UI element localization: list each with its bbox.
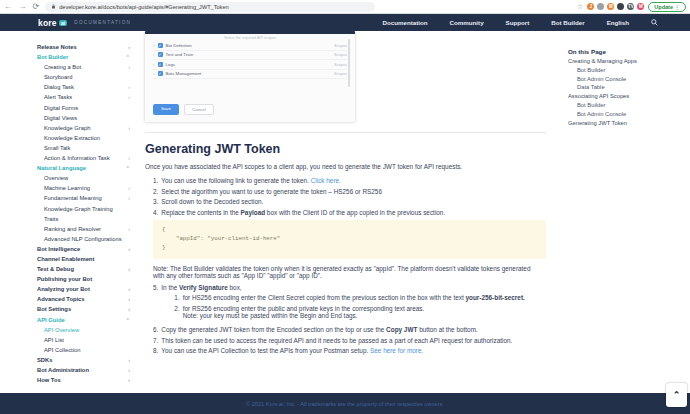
- sidebar-item-advanced-topics[interactable]: Advanced Topics›: [0, 294, 140, 304]
- sidebar-item-machine-learning[interactable]: Machine Learning›: [0, 183, 140, 193]
- list-step: 1.for HS256 encoding enter the Client Se…: [174, 294, 546, 301]
- sidebar-item-bot-builder[interactable]: Bot Builder⌃: [0, 52, 140, 62]
- sidebar-item-channel-enablement[interactable]: Channel Enablement: [0, 254, 140, 264]
- checkbox-checked-icon[interactable]: ✓: [158, 52, 163, 57]
- toc-link-data-table[interactable]: Data Table: [568, 83, 686, 92]
- sidebar-item-knowledge-graph[interactable]: Knowledge Graph›: [0, 123, 140, 133]
- sidebar-item-creating-a-bot[interactable]: Creating a Bot›: [0, 62, 140, 72]
- inline-link[interactable]: See here for more.: [370, 347, 423, 354]
- sidebar-item-api-list[interactable]: API List: [0, 335, 140, 345]
- sidebar-item-analyzing-your-bot[interactable]: Analyzing your Bot›: [0, 284, 140, 294]
- sidebar-item-small-talk[interactable]: Small Talk: [0, 143, 140, 153]
- text-segment: Verify Signature: [179, 284, 228, 291]
- sidebar-item-label: Release Notes: [37, 42, 125, 52]
- nav-english[interactable]: English: [607, 19, 629, 26]
- kore-logo[interactable]: kore ai DOCUMENTATION: [38, 18, 131, 28]
- chevron-right-icon: ›: [128, 42, 130, 52]
- toc-link-generating-jwt-token[interactable]: Generating JWT Token: [568, 119, 686, 128]
- toc-link-bot-builder[interactable]: Bot Builder: [568, 66, 686, 75]
- back-icon[interactable]: ←: [4, 2, 14, 11]
- toc-link-bot-builder[interactable]: Bot Builder: [568, 101, 686, 110]
- sidebar-item-api-collection[interactable]: API Collection: [0, 345, 140, 355]
- sidebar-item-label: Machine Learning: [44, 183, 125, 193]
- list-step: 4.Replace the contents in the Payload bo…: [153, 209, 546, 216]
- scrollbar[interactable]: [348, 39, 350, 87]
- extension-icon[interactable]: [617, 3, 624, 10]
- list-step: 1.You can use the following link to gene…: [153, 177, 546, 184]
- sidebar-item-how-tos[interactable]: How Tos›: [0, 375, 140, 385]
- nav-support[interactable]: Support: [506, 19, 530, 26]
- sidebar-item-storyboard[interactable]: Storyboard: [0, 72, 140, 82]
- sidebar-item-label: Alert Tasks: [44, 92, 125, 102]
- bookmark-star-icon[interactable]: ☆: [577, 3, 583, 11]
- chevron-right-icon: ›: [153, 52, 155, 57]
- nav-documentation[interactable]: Documentation: [383, 19, 428, 26]
- sidebar-item-test-debug[interactable]: Test & Debug›: [0, 264, 140, 274]
- sidebar-item-sdks[interactable]: SDKs›: [0, 355, 140, 365]
- scope-row[interactable]: ›✓LogsScopes: [153, 60, 347, 70]
- sidebar-item-knowledge-graph-training[interactable]: Knowledge Graph Training: [0, 204, 140, 214]
- sidebar-item-api-guide[interactable]: API Guide⌃: [0, 315, 140, 325]
- cancel-button[interactable]: Cancel: [184, 104, 214, 115]
- nav-community[interactable]: Community: [450, 19, 484, 26]
- scope-row[interactable]: ›✓Bots ManagementScopes: [153, 70, 347, 80]
- scope-label: Bot Definition: [166, 43, 192, 48]
- refresh-icon[interactable]: ⟳: [32, 2, 41, 11]
- sidebar-item-publishing-your-bot[interactable]: Publishing your Bot: [0, 274, 140, 284]
- extension-icon[interactable]: [597, 3, 604, 10]
- extension-icon[interactable]: TV: [627, 3, 634, 10]
- sidebar-item-digital-views[interactable]: Digital Views: [0, 113, 140, 123]
- sidebar-item-natural-language[interactable]: Natural Language⌃: [0, 163, 140, 173]
- sidebar-item-release-notes[interactable]: Release Notes›: [0, 42, 140, 52]
- scroll-to-top-button[interactable]: ⌃: [666, 383, 687, 407]
- on-this-page-toc: On this Page Creating & Managing AppsBot…: [556, 31, 690, 393]
- sidebar-item-ranking-and-resolver[interactable]: Ranking and Resolver›: [0, 224, 140, 234]
- sidebar-item-label: Bot Administration: [37, 365, 125, 375]
- scope-label: Logs: [166, 62, 176, 67]
- sidebar-item-traits[interactable]: Traits: [0, 214, 140, 224]
- page-title: Generating JWT Token: [145, 142, 546, 156]
- toc-link-creating-managing-apps[interactable]: Creating & Managing Apps: [568, 57, 686, 66]
- sidebar-item-advanced-nlp-configurations[interactable]: Advanced NLP Configurations: [0, 234, 140, 244]
- sidebar-item-action-information-task[interactable]: Action & Information Task›: [0, 153, 140, 163]
- sidebar-item-digital-forms[interactable]: Digital Forms: [0, 103, 140, 113]
- chevron-right-icon: ›: [128, 304, 130, 314]
- sidebar-item-dialog-task[interactable]: Dialog Task›: [0, 82, 140, 92]
- site-nav: DocumentationCommunitySupportBot Builder…: [383, 19, 659, 26]
- sidebar-item-bot-intelligence[interactable]: Bot Intelligence›: [0, 244, 140, 254]
- sidebar-item-bot-administration[interactable]: Bot Administration›: [0, 365, 140, 375]
- extension-icon[interactable]: M: [637, 3, 644, 10]
- extension-icon[interactable]: M: [607, 3, 614, 10]
- search-icon[interactable]: [651, 19, 658, 26]
- chevron-right-icon: ›: [128, 264, 130, 274]
- scope-label: Test and Train: [166, 52, 194, 57]
- update-button[interactable]: Update ⋮: [648, 2, 686, 12]
- checkbox-checked-icon[interactable]: ✓: [158, 43, 163, 48]
- save-button[interactable]: Save: [153, 104, 179, 115]
- list-step: 2.for RS256 encoding enter the public an…: [174, 305, 546, 319]
- chevron-right-icon: ›: [128, 355, 130, 365]
- nav-bot-builder[interactable]: Bot Builder: [551, 19, 584, 26]
- text-segment: button at the bottom.: [417, 326, 477, 333]
- sidebar-item-overview[interactable]: Overview: [0, 173, 140, 183]
- toc-link-bot-admin-console[interactable]: Bot Admin Console: [568, 110, 686, 119]
- sidebar-item-knowledge-extraction[interactable]: Knowledge Extraction: [0, 133, 140, 143]
- sidebar-item-bot-settings[interactable]: Bot Settings›: [0, 304, 140, 314]
- text-segment: your-256-bit-secret.: [465, 294, 524, 301]
- forward-icon[interactable]: →: [18, 2, 28, 11]
- inline-link[interactable]: Click here.: [311, 177, 341, 184]
- url-bar[interactable]: developer.kore.ai/docs/bots/api-guide/ap…: [45, 2, 375, 12]
- sidebar-item-alert-tasks[interactable]: Alert Tasks›: [0, 92, 140, 102]
- step-number: 1.: [153, 177, 158, 184]
- extension-icon[interactable]: J: [587, 3, 594, 10]
- checkbox-checked-icon[interactable]: ✓: [158, 71, 163, 76]
- sidebar-item-api-overview[interactable]: API Overview: [0, 325, 140, 335]
- toc-link-bot-admin-console[interactable]: Bot Admin Console: [568, 75, 686, 84]
- scope-row[interactable]: ›✓Bot DefinitionScopes: [153, 41, 347, 51]
- toc-link-associating-api-scopes[interactable]: Associating API Scopes: [568, 92, 686, 101]
- sidebar-item-label: Traits: [44, 214, 130, 224]
- sidebar-item-fundamental-meaning[interactable]: Fundamental Meaning›: [0, 193, 140, 203]
- sidebar-item-label: Knowledge Extraction: [44, 133, 130, 143]
- checkbox-checked-icon[interactable]: ✓: [158, 62, 163, 67]
- scope-row[interactable]: ›✓Test and TrainScopes: [153, 51, 347, 61]
